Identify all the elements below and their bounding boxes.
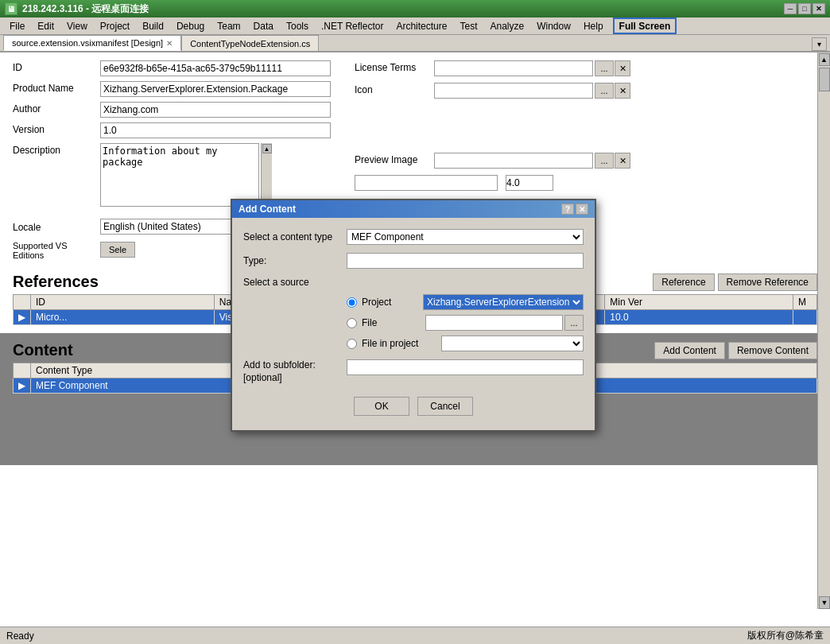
copyright-text: 版权所有@陈希童 [747, 629, 824, 642]
radio-group: Project Xizhang.ServerExplorerExtension … [347, 294, 584, 351]
file-label: File [362, 317, 425, 328]
file-input[interactable] [425, 315, 563, 331]
add-content-dialog: Add Content ? ✕ Select a content type ME… [231, 199, 596, 432]
source-label-row: Select a source [243, 277, 584, 288]
menu-debug[interactable]: Debug [170, 17, 211, 34]
tab-bar: source.extension.vsixmanifest [Design] ✕… [0, 35, 830, 52]
content-type-row: Select a content type MEF Component VSPa… [243, 229, 584, 245]
source-label: Select a source [243, 277, 309, 288]
menu-view[interactable]: View [60, 17, 94, 34]
status-bar: Ready 版权所有@陈希童 [0, 627, 830, 644]
file-radio-row: File ... [347, 315, 584, 331]
scroll-up[interactable]: ▲ [819, 53, 830, 66]
title-text: 218.242.3.116 - 远程桌面连接 [22, 2, 784, 16]
content-type-label: Select a content type [243, 231, 347, 242]
menu-build[interactable]: Build [136, 17, 170, 34]
dialog-help-btn[interactable]: ? [561, 204, 574, 215]
tab-scroll-arrow[interactable]: ▾ [812, 37, 827, 51]
file-in-project-label: File in project [362, 338, 441, 349]
project-label: Project [362, 297, 423, 308]
title-icon: 🖥 [5, 2, 17, 15]
menu-bar: File Edit View Project Build Debug Team … [0, 17, 830, 35]
menu-analyze[interactable]: Analyze [483, 17, 530, 34]
subfolder-label: Add to subfolder: [optional] [243, 359, 347, 384]
scroll-down[interactable]: ▼ [819, 596, 830, 609]
menu-window[interactable]: Window [530, 17, 577, 34]
file-in-project-select[interactable] [441, 336, 584, 351]
dialog-body: Select a content type MEF Component VSPa… [232, 218, 595, 430]
menu-net-reflector[interactable]: .NET Reflector [315, 17, 390, 34]
type-label: Type: [243, 255, 347, 266]
content-type-select[interactable]: MEF Component VSPackage MefComponent Too… [347, 229, 584, 245]
title-buttons: ─ □ ✕ [784, 3, 825, 14]
title-bar: 🖥 218.242.3.116 - 远程桌面连接 ─ □ ✕ [0, 0, 830, 17]
main-content: ▲ ▼ ID Product Name Author [0, 52, 830, 627]
menu-edit[interactable]: Edit [31, 17, 60, 34]
tab-vsixmanifest[interactable]: source.extension.vsixmanifest [Design] ✕ [3, 35, 181, 51]
menu-architecture[interactable]: Architecture [390, 17, 453, 34]
file-in-project-radio[interactable] [347, 339, 357, 349]
menu-test[interactable]: Test [453, 17, 483, 34]
dialog-close-btn[interactable]: ✕ [576, 204, 588, 215]
project-radio[interactable] [347, 297, 357, 308]
dialog-ok-button[interactable]: OK [354, 397, 409, 416]
subfolder-label-text: Add to subfolder: [243, 359, 316, 370]
scrollbar[interactable]: ▲ ▼ [817, 52, 830, 609]
menu-fullscreen[interactable]: Full Screen [613, 17, 677, 34]
restore-button[interactable]: □ [798, 3, 811, 14]
dialog-title-bar: Add Content ? ✕ [232, 200, 595, 218]
dialog-footer: OK Cancel [243, 392, 584, 419]
menu-file[interactable]: File [3, 17, 31, 34]
subfolder-row: Add to subfolder: [optional] [243, 359, 584, 384]
tab-contenttype-label: ContentTypeNodeExtension.cs [190, 39, 310, 48]
dialog-title-text: Add Content [239, 204, 296, 215]
file-browse-btn[interactable]: ... [564, 315, 584, 331]
close-button[interactable]: ✕ [813, 3, 825, 14]
subfolder-sublabel-text: [optional] [243, 372, 282, 383]
scroll-thumb[interactable] [819, 68, 830, 91]
type-row: Type: [243, 253, 584, 269]
file-radio[interactable] [347, 318, 357, 328]
type-input[interactable] [347, 253, 584, 269]
tab-vsixmanifest-close[interactable]: ✕ [166, 39, 173, 48]
menu-tools[interactable]: Tools [280, 17, 315, 34]
project-select[interactable]: Xizhang.ServerExplorerExtension [423, 294, 584, 310]
file-in-project-radio-row: File in project [347, 336, 584, 351]
tab-vsixmanifest-label: source.extension.vsixmanifest [Design] [12, 38, 163, 48]
subfolder-input[interactable] [347, 359, 584, 375]
menu-help[interactable]: Help [577, 17, 610, 34]
tab-contenttype[interactable]: ContentTypeNodeExtension.cs [181, 35, 319, 51]
menu-team[interactable]: Team [211, 17, 246, 34]
menu-data[interactable]: Data [247, 17, 280, 34]
minimize-button[interactable]: ─ [784, 3, 797, 14]
dialog-cancel-button[interactable]: Cancel [417, 397, 473, 416]
project-radio-row: Project Xizhang.ServerExplorerExtension [347, 294, 584, 310]
dialog-title-buttons: ? ✕ [561, 204, 588, 215]
status-text: Ready [6, 630, 34, 642]
menu-project[interactable]: Project [94, 17, 136, 34]
